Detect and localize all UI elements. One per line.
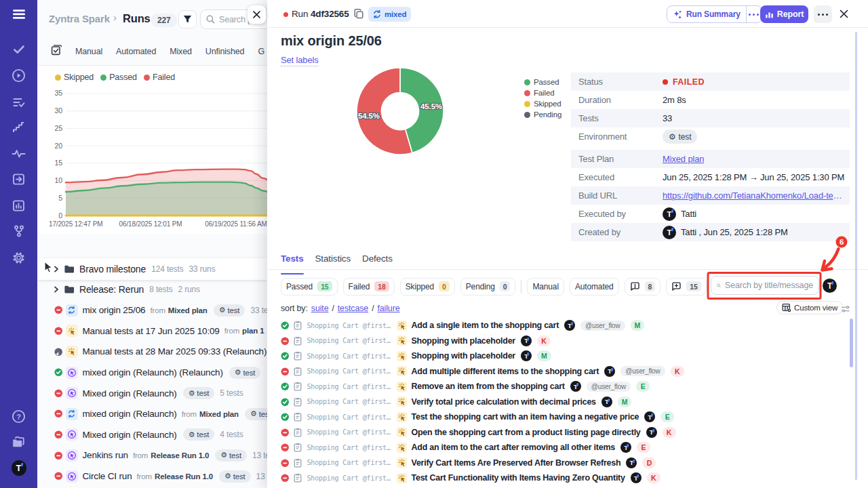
box-arrow-icon[interactable] [12, 171, 26, 186]
pulse-icon[interactable] [12, 146, 26, 161]
test-letter-badge: K [647, 472, 660, 483]
copy-icon[interactable] [353, 8, 364, 22]
test-row[interactable]: Shopping Cart @first… Open the shopping … [267, 425, 854, 441]
donut-legend-item[interactable]: Skipped [524, 98, 561, 109]
list-check-icon[interactable] [12, 95, 26, 110]
run-row[interactable]: Bravo milestone 124 tests33 runs [37, 258, 267, 280]
filter-chip-automated[interactable]: Automated [570, 278, 619, 296]
run-row[interactable]: mixed origin (Relaunch) (Relaunch) ⚙test [37, 362, 267, 383]
test-suite-path: Shopping Cart @first… [307, 474, 391, 482]
run-row[interactable]: Circle CI run from Release Run 1.0 ⚙test… [37, 466, 267, 487]
run-tab-unfinished[interactable]: Unfinished [205, 47, 245, 56]
sort-link-failure[interactable]: failure [377, 304, 399, 313]
x-axis-label: 06/18/2025 12:01 PM [119, 220, 182, 228]
donut-legend-item[interactable]: Failed [524, 87, 561, 98]
run-summary-label: Run Summary [686, 9, 741, 19]
run-row[interactable]: mix origin 25/06 from Mixed plan ⚙test 3… [37, 300, 267, 321]
run-tab-mixed[interactable]: Mixed [170, 47, 192, 56]
test-status-icon [281, 428, 290, 437]
panel-close-button[interactable] [248, 5, 266, 24]
test-suite-path: Shopping Cart @first… [307, 398, 391, 405]
steps-icon[interactable] [12, 120, 26, 135]
drawer-close-icon[interactable] [839, 9, 850, 20]
run-summary-more-button[interactable] [746, 6, 762, 22]
donut-legend-item[interactable]: Pending [524, 109, 561, 120]
svg-text:54.5%: 54.5% [358, 112, 380, 120]
check-icon[interactable] [12, 42, 26, 57]
detail-link[interactable]: Mixed plan [663, 154, 704, 164]
test-row[interactable]: Shopping Cart @first… Remove an item fro… [267, 379, 854, 394]
filter-chip-failed[interactable]: Failed18 [343, 278, 395, 296]
run-row[interactable]: Mixed origin (Relaunch) ⚙test 4 tests [37, 424, 267, 445]
filter-chip-manual[interactable]: Manual [527, 278, 564, 296]
user-avatar-icon: T [663, 207, 676, 221]
detail-link[interactable]: https://github.com/TetianaKhomenko/Load-… [663, 190, 844, 201]
run-name: mixed origin (Relaunch) (Relaunch) [83, 367, 223, 378]
branch-icon[interactable] [12, 224, 26, 239]
run-tab-automated[interactable]: Automated [116, 47, 156, 56]
more-options-button[interactable] [814, 5, 832, 23]
breadcrumb-root[interactable]: Zyntra Spark [49, 13, 110, 24]
test-row[interactable]: Shopping Cart @first… Add multiple diffe… [267, 364, 854, 380]
chevron-right-icon[interactable] [53, 266, 60, 272]
bar-chart-box-icon[interactable] [12, 198, 26, 213]
test-row[interactable]: Shopping Cart @first… Add a single item … [267, 318, 854, 333]
run-summary-button[interactable]: Run Summary [667, 5, 762, 23]
play-circle-icon[interactable] [12, 68, 26, 83]
filter-chip-passed[interactable]: Passed15 [281, 278, 338, 296]
run-row[interactable]: mixed origin (Relaunch) from Mixed plan … [37, 403, 267, 424]
run-row[interactable]: Mixed origin (Relaunch) ⚙test 5 tests [37, 383, 267, 404]
drawer-scrollbar[interactable] [855, 32, 857, 480]
tests-search-input[interactable]: Search by title/message [711, 276, 819, 295]
sort-link-testcase[interactable]: testcase [338, 304, 368, 313]
donut-legend: PassedFailedSkippedPending [524, 77, 561, 120]
donut-legend-item[interactable]: Passed [524, 77, 561, 87]
test-row[interactable]: Shopping Cart @first… Verify total price… [267, 394, 854, 410]
drawer-tab-statistics[interactable]: Statistics [315, 253, 351, 270]
tests-scrollbar-thumb[interactable] [850, 319, 853, 367]
test-row[interactable]: Shopping Cart @first… Verify Cart Items … [267, 455, 854, 471]
legend-label: Failed [534, 89, 554, 97]
test-row[interactable]: Shopping Cart @first… Test the shopping … [267, 409, 854, 425]
user-avatar[interactable]: T [823, 279, 837, 293]
run-row[interactable]: Manual tests at 17 Jun 2025 10:09 from p… [37, 321, 267, 342]
chevron-right-icon[interactable] [53, 286, 60, 293]
filter-chip-pending[interactable]: Pending0 [460, 278, 516, 296]
drawer-tab-tests[interactable]: Tests [281, 253, 304, 270]
filter-chip-skipped[interactable]: Skipped0 [400, 278, 455, 296]
test-row[interactable]: Shopping Cart @first… Shopping with plac… [267, 348, 854, 364]
filter-button[interactable] [178, 10, 197, 28]
sidebar-avatar[interactable]: T [12, 460, 26, 475]
filter-chip-comment-alert-icon[interactable]: 8 [625, 278, 661, 296]
test-row[interactable]: Shopping Cart @first… Test Cart Function… [267, 470, 854, 486]
filter-chip-comment-plus-icon[interactable]: 15 [666, 278, 706, 296]
drawer-tab-defects[interactable]: Defects [362, 253, 393, 270]
sort-link-suite[interactable]: suite [311, 304, 329, 313]
test-title: Shopping with placeholder [412, 336, 515, 346]
select-all-icon[interactable] [51, 45, 62, 58]
comment-alert-icon [630, 281, 640, 291]
run-row[interactable]: Release: Rerun 8 tests2 runs [37, 279, 267, 300]
adjustments-icon[interactable] [842, 304, 850, 316]
tabs-divider [267, 269, 868, 270]
run-plan-name: Mixed plan [199, 410, 239, 418]
report-button[interactable]: Report [760, 5, 808, 23]
gear-icon[interactable] [12, 250, 26, 265]
custom-view-button[interactable]: Custom view [776, 301, 843, 314]
help-icon[interactable]: ? [12, 409, 26, 424]
run-row[interactable]: Manual tests at 28 Mar 2025 09:33 (Relau… [37, 341, 267, 362]
test-row[interactable]: Shopping Cart @first… Shopping with plac… [267, 333, 854, 349]
run-plan-name: Release Run 1.0 [155, 472, 213, 481]
test-title: Test the shopping cart with an item havi… [412, 412, 639, 422]
chip-label: Skipped [406, 282, 434, 291]
test-row[interactable]: Shopping Cart @first… Add an item to the… [267, 440, 854, 455]
run-tab-g[interactable]: G [258, 47, 264, 56]
run-row[interactable]: Jenkins run from Release Run 1.0 ⚙test 1… [37, 445, 267, 466]
menu-icon[interactable] [12, 7, 26, 22]
folders-icon[interactable] [12, 434, 26, 449]
legend-dot-icon [524, 112, 530, 118]
run-tab-manual[interactable]: Manual [75, 47, 102, 56]
set-labels-link[interactable]: Set labels [281, 55, 319, 66]
run-name: Manual tests at 17 Jun 2025 10:09 [83, 326, 220, 336]
run-meta: 124 tests [151, 264, 183, 274]
